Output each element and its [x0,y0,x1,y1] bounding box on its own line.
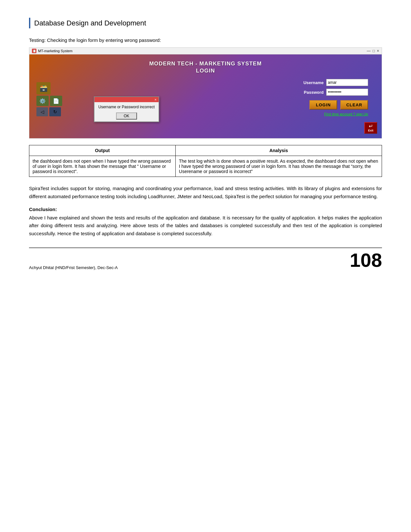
signup-link-row: First time account ? sign Up [324,112,368,116]
col1-header: Output [29,145,176,156]
password-row: Password [301,89,368,96]
window-app-icon: 📋 [32,49,36,53]
login-button[interactable]: LOGIN [309,100,337,110]
footer-author: Achyut Dhital (HND/Frist Semester), Dec-… [29,265,118,270]
error-titlebar: × [94,97,159,102]
back-icon: ◁ [36,107,48,116]
app-title-block: MODERN TECH - MARKETING SYSTEM LOGIN [36,60,375,74]
spiratest-para: SpiraTest includes support for storing, … [29,185,382,201]
results-table: Output Analysis the dashboard does not o… [29,145,382,177]
clear-button[interactable]: CLEAR [340,100,368,110]
header-bar [29,18,30,28]
app-title-line1: MODERN TECH - MARKETING SYSTEM [36,60,375,67]
conclusion-heading: Conclusion: [29,207,382,212]
page-header: Database Design and Development [29,18,382,28]
icon-row2: ◁ ↻ [36,107,62,116]
table-row: the dashboard does not open when I have … [29,156,382,177]
app-main: 🗃️ ⚙️ 📄 ◁ ↻ Username [36,79,375,116]
screenshot-window: 📋 MT-marketing System — □ × MODERN TECH … [29,47,382,139]
error-close-icon[interactable]: × [154,98,156,102]
error-ok-row: OK [94,111,159,121]
intro-text: Testing: Checking the login form by ente… [29,37,382,43]
minimize-icon: — [367,49,371,53]
app-title-line2: LOGIN [36,67,375,74]
window-controls: — □ × [367,49,379,53]
button-row: LOGIN CLEAR [309,100,368,110]
password-input[interactable] [326,89,368,96]
error-dialog: × Username or Password incorrect OK [94,96,159,122]
exit-label: Exit [368,129,374,132]
folder-icon: 🗃️ [36,82,51,94]
ok-button[interactable]: OK [116,112,137,120]
error-message: Username or Password incorrect [94,102,159,111]
app-icons-left: 🗃️ ⚙️ 📄 ◁ ↻ [36,82,62,116]
username-row: Username [301,79,368,86]
col2-header: Analysis [176,145,382,156]
analysis-cell: The test log which is done shows a posit… [176,156,382,177]
username-input[interactable] [326,79,368,86]
output-cell: the dashboard does not open when I have … [29,156,176,177]
app-container: MODERN TECH - MARKETING SYSTEM LOGIN 🗃️ … [29,54,382,138]
icon-row: ⚙️ 📄 [36,96,62,106]
file-icon: 📄 [50,96,62,106]
gear-icon: ⚙️ [36,96,49,106]
signup-link[interactable]: First time account ? sign Up [324,112,368,116]
window-title: MT-marketing System [38,49,73,53]
exit-arrow-icon: ↵ [369,124,373,129]
page-title: Database Design and Development [34,18,146,28]
footer-page: 108 [350,251,382,270]
conclusion-para: Above I have explained and shown the tes… [29,214,382,238]
close-icon: × [377,49,379,53]
refresh-icon: ↻ [49,107,61,116]
username-label: Username [301,80,324,85]
window-body: MODERN TECH - MARKETING SYSTEM LOGIN 🗃️ … [29,54,382,139]
window-titlebar: 📋 MT-marketing System — □ × [29,47,382,54]
exit-button[interactable]: ↵ Exit [364,122,377,134]
titlebar-left: 📋 MT-marketing System [32,49,73,53]
maximize-icon: □ [373,49,375,53]
footer-rule [29,247,382,248]
password-label: Password [301,90,324,95]
footer: Achyut Dhital (HND/Frist Semester), Dec-… [29,251,382,270]
